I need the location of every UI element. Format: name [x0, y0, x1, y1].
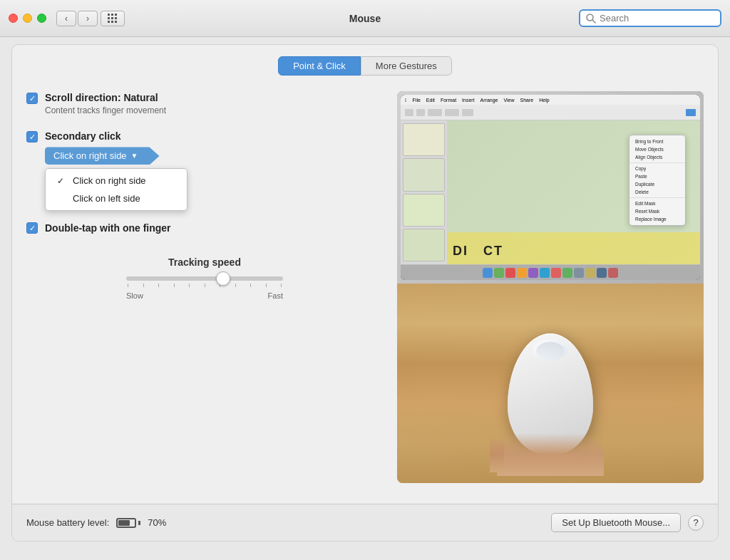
maximize-button[interactable] — [37, 14, 46, 23]
mac-sidebar — [401, 120, 447, 264]
scroll-direction-checkbox[interactable]: ✓ — [26, 93, 38, 104]
battery-label: Mouse battery level: — [26, 517, 109, 528]
secondary-click-dropdown-wrapper: Click on right side ▼ ✓ Click on right s… — [45, 147, 160, 165]
slider-fast-label: Fast — [268, 291, 283, 300]
secondary-click-label: Secondary click — [45, 130, 383, 142]
dropdown-item-right-label: Click on right side — [73, 175, 146, 186]
left-panel: ✓ Scroll direction: Natural Content trac… — [26, 91, 383, 483]
secondary-click-dropdown-button[interactable]: Click on right side ▼ — [45, 147, 160, 165]
tab-more-gestures[interactable]: More Gestures — [361, 56, 452, 76]
context-menu: Bring to Front Move Objects Align Object… — [629, 135, 686, 226]
thumb — [490, 437, 504, 472]
preview-bottom — [397, 284, 704, 483]
traffic-lights — [9, 14, 46, 23]
mac-content-area: DI CT Bring to Front Move Objects Align … — [401, 120, 700, 264]
search-icon — [586, 14, 596, 24]
dropdown-item-left-label: Click on left side — [73, 193, 140, 204]
mac-toolbar — [401, 105, 700, 120]
help-button[interactable]: ? — [688, 515, 704, 531]
scroll-direction-labels: Scroll direction: Natural Content tracks… — [45, 91, 166, 115]
tracking-speed-section: Tracking speed — [26, 256, 383, 300]
secondary-click-content: Secondary click Click on right side ▼ ✓ … — [45, 130, 383, 165]
slider-track[interactable] — [126, 276, 283, 281]
secondary-click-section: ✓ Secondary click Click on right side ▼ — [26, 130, 383, 165]
dropdown-item-left[interactable]: Click on left side — [46, 190, 187, 207]
nav-buttons: ‹ › — [56, 11, 98, 26]
mouse-container — [508, 333, 593, 455]
minimize-button[interactable] — [23, 14, 32, 23]
slider-thumb[interactable] — [216, 271, 230, 286]
battery-icon — [116, 518, 140, 528]
secondary-click-checkbox-container[interactable]: ✓ — [26, 131, 38, 142]
slider-labels: Slow Fast — [126, 291, 283, 300]
close-button[interactable] — [9, 14, 18, 23]
pages-title-text: DI CT — [453, 244, 503, 259]
battery-fill — [118, 520, 129, 526]
tracking-speed-label: Tracking speed — [26, 256, 383, 268]
bottom-bar: Mouse battery level: 70% Set Up Bluetoot… — [12, 504, 718, 541]
empty-check-icon — [57, 194, 67, 204]
forward-button[interactable]: › — [78, 11, 98, 26]
scroll-direction-checkbox-container[interactable]: ✓ — [26, 93, 38, 104]
scroll-direction-row: ✓ Scroll direction: Natural Content trac… — [26, 91, 383, 115]
scroll-direction-sublabel: Content tracks finger movement — [45, 105, 166, 115]
tab-point-click[interactable]: Point & Click — [278, 56, 361, 76]
mac-menubar: FileEditFormatInsertArrangeViewShareHel… — [401, 95, 700, 105]
checkbox-check-icon-3: ✓ — [29, 224, 36, 232]
window-title: Mouse — [349, 13, 381, 24]
check-icon: ✓ — [57, 176, 67, 186]
hand-mouse-group — [508, 333, 593, 455]
double-tap-label: Double-tap with one finger — [45, 222, 171, 234]
double-tap-row: ✓ Double-tap with one finger — [26, 222, 383, 234]
dropdown-item-right[interactable]: ✓ Click on right side — [46, 172, 187, 190]
main-content: Point & Click More Gestures ✓ Scroll dir… — [11, 44, 719, 541]
secondary-click-checkbox[interactable]: ✓ — [26, 131, 38, 142]
right-panel: FileEditFormatInsertArrangeViewShareHel… — [397, 91, 704, 483]
battery-tip — [138, 521, 140, 525]
hand-fingers — [497, 433, 604, 476]
titlebar: ‹ › Mouse — [0, 0, 730, 37]
scroll-direction-label: Scroll direction: Natural — [45, 91, 166, 104]
svg-line-1 — [592, 20, 595, 23]
preview-area: FileEditFormatInsertArrangeViewShareHel… — [397, 91, 704, 483]
back-button[interactable]: ‹ — [56, 11, 76, 26]
preview-top: FileEditFormatInsertArrangeViewShareHel… — [397, 91, 704, 284]
checkbox-check-icon-2: ✓ — [29, 133, 36, 141]
mac-screen-mockup: FileEditFormatInsertArrangeViewShareHel… — [401, 95, 700, 280]
secondary-click-current-value: Click on right side — [53, 150, 127, 161]
app-grid-button[interactable] — [101, 11, 125, 26]
battery-percent: 70% — [148, 517, 166, 528]
secondary-click-dropdown-menu: ✓ Click on right side Click on left side — [45, 168, 187, 211]
setup-bluetooth-button[interactable]: Set Up Bluetooth Mouse... — [551, 513, 681, 532]
slider-ticks — [126, 284, 283, 287]
slider-slow-label: Slow — [126, 291, 143, 300]
content-body: ✓ Scroll direction: Natural Content trac… — [12, 84, 718, 490]
dropdown-caret-icon: ▼ — [131, 152, 138, 160]
search-box[interactable] — [579, 9, 721, 27]
grid-icon — [108, 14, 118, 24]
mac-dock — [401, 264, 700, 280]
tabs-bar: Point & Click More Gestures — [12, 45, 718, 84]
slider-container: Slow Fast — [26, 276, 383, 300]
checkbox-check-icon: ✓ — [29, 95, 36, 103]
double-tap-checkbox[interactable]: ✓ — [26, 222, 38, 234]
mac-main-area: DI CT Bring to Front Move Objects Align … — [447, 120, 700, 264]
battery-body — [116, 518, 136, 528]
search-input[interactable] — [600, 13, 714, 24]
